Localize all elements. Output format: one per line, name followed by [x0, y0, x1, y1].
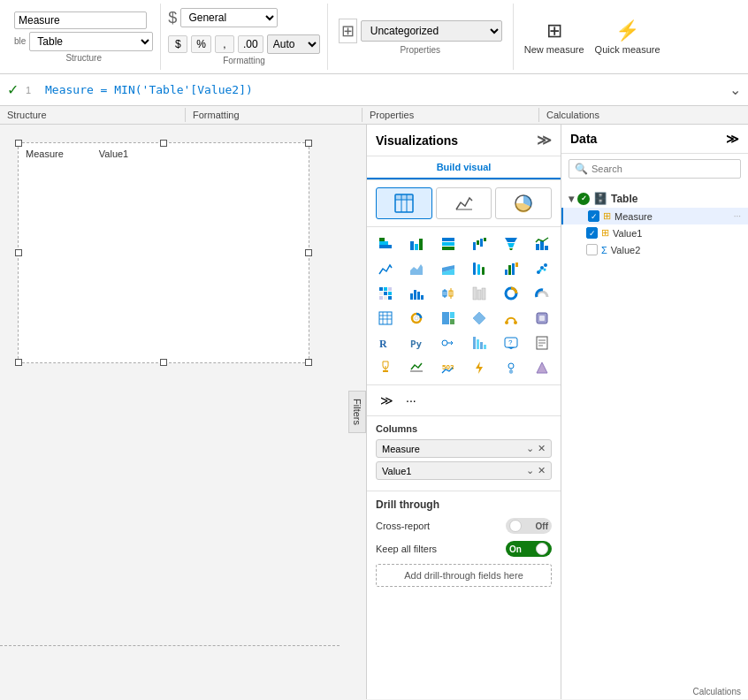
viz-waterfall2[interactable]	[496, 257, 526, 280]
cross-report-toggle[interactable]: Off	[506, 518, 552, 534]
viz-scatter[interactable]	[528, 257, 558, 280]
toolbar: Measure ble Table Structure $ General $ …	[0, 0, 748, 74]
add-drill-through-fields[interactable]: Add drill-through fields here	[376, 564, 552, 587]
keep-all-filters-toggle[interactable]: On	[506, 541, 552, 557]
viz-table-btn[interactable]	[376, 187, 432, 219]
toolbar-formatting-section: $ General $ % , .00 Auto Formatting	[161, 4, 327, 70]
column-value1-actions[interactable]: ⌄ ✕	[526, 465, 546, 476]
svg-point-99	[508, 363, 514, 369]
viz-100pct-bar[interactable]	[433, 232, 463, 255]
formula-text[interactable]: Measure = MIN('Table'[Value2])	[45, 83, 722, 96]
viz-donut[interactable]	[496, 282, 526, 305]
value1-checkbox[interactable]: ✓	[586, 227, 598, 239]
table-select[interactable]: Table	[29, 32, 153, 51]
viz-clustered-bar[interactable]	[402, 232, 432, 255]
format-general-select[interactable]: General	[180, 8, 278, 27]
viz-shape[interactable]	[528, 307, 558, 330]
value2-checkbox[interactable]	[586, 244, 598, 255]
dollar-btn[interactable]: $	[168, 35, 187, 53]
viz-arc[interactable]	[496, 307, 526, 330]
viz-key-influencer[interactable]	[433, 331, 463, 354]
calculations-label: Calculations	[693, 687, 741, 696]
viz-waterfall[interactable]	[465, 232, 495, 255]
quick-measure-button[interactable]: ⚡ Quick measure	[595, 19, 660, 55]
tree-group-table-header[interactable]: ▾ ✓ 🗄️ Table	[561, 189, 748, 208]
svg-rect-51	[414, 290, 416, 300]
viz-gauge[interactable]	[528, 282, 558, 305]
column-measure-actions[interactable]: ⌄ ✕	[526, 443, 546, 454]
canvas-visual[interactable]: Measure Value1	[18, 142, 309, 363]
formula-check-icon[interactable]: ✓	[7, 81, 19, 98]
viz-map[interactable]	[496, 356, 526, 379]
column-measure-remove[interactable]: ✕	[538, 443, 546, 454]
measure-checkbox[interactable]: ✓	[588, 210, 599, 222]
viz-trophy[interactable]	[370, 356, 401, 379]
viz-chevron-btn[interactable]: ≫	[376, 389, 398, 412]
uncategorized-select[interactable]: Uncategorized	[361, 20, 502, 42]
column-measure-chevron[interactable]: ⌄	[526, 443, 534, 454]
handle-top-middle[interactable]	[160, 140, 167, 147]
percent-btn[interactable]: %	[191, 35, 211, 53]
viz-area[interactable]	[402, 257, 432, 280]
viz-histogram[interactable]	[402, 282, 432, 305]
viz-stacked-area[interactable]	[433, 257, 463, 280]
toolbar-inputs: Measure ble Table	[14, 11, 153, 51]
svg-rect-41	[379, 287, 383, 291]
handle-top-right[interactable]	[305, 140, 312, 147]
viz-heatmap[interactable]	[370, 282, 401, 305]
comma-btn[interactable]: ,	[215, 35, 234, 53]
svg-point-79	[442, 340, 447, 346]
viz-line[interactable]	[370, 257, 401, 280]
handle-bottom-middle[interactable]	[160, 359, 167, 366]
properties-label: Properties	[400, 45, 440, 55]
data-header-actions: ≫	[726, 132, 739, 146]
viz-combo[interactable]	[528, 232, 558, 255]
viz-lightning[interactable]	[465, 356, 495, 379]
viz-donut2[interactable]	[402, 307, 432, 330]
viz-r-script[interactable]: R	[370, 331, 401, 354]
tree-item-value2[interactable]: Σ Value2	[561, 241, 748, 258]
viz-python[interactable]: Py	[402, 331, 432, 354]
tree-item-measure[interactable]: ✓ ⊞ Measure ···	[561, 208, 748, 224]
measure-input[interactable]: Measure	[14, 11, 147, 29]
decimal-btn[interactable]: .00	[238, 35, 263, 53]
viz-funnel[interactable]	[496, 232, 526, 255]
viz-kpi[interactable]	[402, 356, 432, 379]
search-input[interactable]	[592, 164, 735, 174]
viz-expand-icon[interactable]: ≫	[537, 132, 552, 148]
formula-expand-icon[interactable]: ⌄	[729, 81, 741, 98]
viz-decomp[interactable]	[465, 282, 495, 305]
handle-bottom-right[interactable]	[305, 359, 312, 366]
handle-middle-left[interactable]	[15, 249, 22, 256]
svg-rect-19	[484, 238, 486, 241]
handle-middle-right[interactable]	[305, 249, 312, 256]
viz-treemap[interactable]	[433, 307, 463, 330]
tab-build-visual[interactable]: Build visual	[367, 156, 561, 179]
search-box[interactable]: 🔍	[569, 159, 741, 179]
handle-bottom-left[interactable]	[15, 359, 22, 366]
viz-shape2[interactable]	[528, 356, 558, 379]
viz-boxplot[interactable]	[433, 282, 463, 305]
auto-select[interactable]: Auto	[267, 34, 320, 54]
viz-sparkline[interactable]: 503	[433, 356, 463, 379]
viz-matrix[interactable]	[370, 307, 401, 330]
filters-button[interactable]: Filters	[348, 391, 366, 433]
viz-more-btn[interactable]: ···	[401, 389, 421, 412]
column-measure-label: Measure	[382, 444, 420, 454]
viz-paginated[interactable]	[528, 331, 558, 354]
viz-ribbon[interactable]	[465, 257, 495, 280]
viz-stacked-bar[interactable]	[370, 232, 401, 255]
viz-chart-btn[interactable]	[436, 187, 492, 219]
new-measure-button[interactable]: ⊞ New measure	[524, 19, 584, 55]
handle-top-left[interactable]	[15, 140, 22, 147]
data-collapse-icon[interactable]: ≫	[726, 132, 739, 146]
cross-report-knob	[509, 520, 522, 532]
viz-nav[interactable]	[465, 307, 495, 330]
viz-qa[interactable]: ?	[496, 331, 526, 354]
viz-decomp2[interactable]	[465, 331, 495, 354]
column-value1-remove[interactable]: ✕	[538, 465, 546, 476]
viz-pie-btn[interactable]	[495, 187, 552, 219]
viz-top-row	[367, 180, 561, 227]
column-value1-chevron[interactable]: ⌄	[526, 465, 534, 476]
tree-item-value1[interactable]: ✓ ⊞ Value1	[561, 224, 748, 241]
